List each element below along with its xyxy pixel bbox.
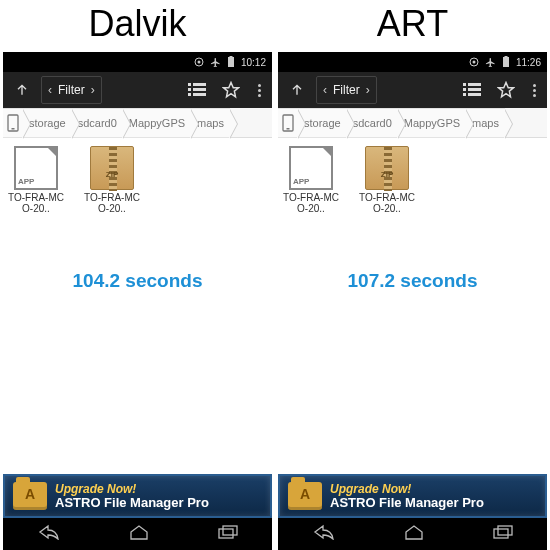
- view-list-button[interactable]: [182, 75, 212, 105]
- file-name: TO-FRA-MCO-20..: [282, 192, 340, 214]
- app-file-icon: APP: [14, 146, 58, 190]
- file-name: TO-FRA-MCO-20..: [83, 192, 141, 214]
- breadcrumb-item[interactable]: MappyGPS: [398, 108, 466, 138]
- up-button[interactable]: [282, 75, 312, 105]
- status-bar: 10:12: [3, 52, 272, 72]
- clock: 11:26: [516, 57, 541, 68]
- file-grid: APP TO-FRA-MCO-20.. ZIP TO-FRA-MCO-20..: [278, 138, 547, 222]
- back-button[interactable]: [38, 524, 60, 544]
- back-button[interactable]: [313, 524, 335, 544]
- up-button[interactable]: [7, 75, 37, 105]
- status-bar: 11:26: [278, 52, 547, 72]
- timing-result: 107.2 seconds: [278, 270, 547, 292]
- svg-rect-19: [463, 88, 466, 91]
- svg-rect-9: [193, 93, 206, 96]
- phone-screen: 10:12 ‹ Filter › storage sdcard0 MappyGP…: [3, 52, 272, 550]
- breadcrumb-device[interactable]: [278, 108, 298, 138]
- file-name: TO-FRA-MCO-20..: [7, 192, 65, 214]
- gps-icon: [194, 57, 204, 67]
- recents-button[interactable]: [218, 525, 238, 543]
- file-item[interactable]: ZIP TO-FRA-MCO-20..: [83, 146, 141, 214]
- svg-point-1: [197, 61, 200, 64]
- phone-icon: [7, 114, 19, 132]
- file-grid: APP TO-FRA-MCO-20.. ZIP TO-FRA-MCO-20..: [3, 138, 272, 222]
- breadcrumb: storage sdcard0 MappyGPS maps: [3, 108, 272, 138]
- file-item[interactable]: APP TO-FRA-MCO-20..: [282, 146, 340, 214]
- svg-rect-3: [229, 56, 232, 58]
- clock: 10:12: [241, 57, 266, 68]
- svg-rect-17: [504, 56, 507, 58]
- svg-rect-8: [193, 88, 206, 91]
- chevron-left-icon: ‹: [48, 83, 52, 97]
- toolbar: ‹ Filter ›: [3, 72, 272, 108]
- gps-icon: [469, 57, 479, 67]
- android-nav-bar: [278, 518, 547, 550]
- svg-point-15: [472, 61, 475, 64]
- overflow-menu-button[interactable]: [250, 84, 268, 97]
- view-list-button[interactable]: [457, 75, 487, 105]
- chevron-left-icon: ‹: [323, 83, 327, 97]
- file-name: TO-FRA-MCO-20..: [358, 192, 416, 214]
- svg-rect-26: [494, 529, 508, 538]
- breadcrumb-device[interactable]: [3, 108, 23, 138]
- home-button[interactable]: [129, 524, 149, 544]
- overflow-menu-button[interactable]: [525, 84, 543, 97]
- svg-rect-6: [188, 93, 191, 96]
- svg-rect-16: [503, 57, 509, 67]
- chevron-right-icon: ›: [91, 83, 95, 97]
- svg-rect-22: [468, 88, 481, 91]
- battery-icon: [502, 56, 510, 68]
- svg-rect-7: [193, 83, 206, 86]
- toolbar: ‹ Filter ›: [278, 72, 547, 108]
- phone-icon: [282, 114, 294, 132]
- favorite-button[interactable]: [216, 75, 246, 105]
- svg-rect-11: [12, 128, 15, 130]
- upgrade-ad-banner[interactable]: Upgrade Now! ASTRO File Manager Pro: [3, 474, 272, 518]
- timing-result: 104.2 seconds: [3, 270, 272, 292]
- astro-logo-icon: [288, 482, 322, 510]
- filter-dropdown[interactable]: ‹ Filter ›: [316, 76, 377, 104]
- ad-text: Upgrade Now! ASTRO File Manager Pro: [330, 483, 484, 509]
- phone-screen: 11:26 ‹ Filter › storage sdcard0 MappyGP…: [278, 52, 547, 550]
- svg-rect-25: [287, 128, 290, 130]
- svg-rect-27: [498, 526, 512, 535]
- breadcrumb: storage sdcard0 MappyGPS maps: [278, 108, 547, 138]
- svg-rect-4: [188, 83, 191, 86]
- svg-rect-20: [463, 93, 466, 96]
- chevron-right-icon: ›: [366, 83, 370, 97]
- svg-rect-5: [188, 88, 191, 91]
- breadcrumb-item[interactable]: MappyGPS: [123, 108, 191, 138]
- astro-logo-icon: [13, 482, 47, 510]
- recents-button[interactable]: [493, 525, 513, 543]
- svg-rect-2: [228, 57, 234, 67]
- airplane-mode-icon: [210, 57, 221, 68]
- filter-label: Filter: [58, 83, 85, 97]
- panel-title: ART: [275, 0, 550, 52]
- android-nav-bar: [3, 518, 272, 550]
- svg-rect-12: [219, 529, 233, 538]
- file-item[interactable]: APP TO-FRA-MCO-20..: [7, 146, 65, 214]
- battery-icon: [227, 56, 235, 68]
- app-file-icon: APP: [289, 146, 333, 190]
- airplane-mode-icon: [485, 57, 496, 68]
- svg-rect-23: [468, 93, 481, 96]
- favorite-button[interactable]: [491, 75, 521, 105]
- filter-dropdown[interactable]: ‹ Filter ›: [41, 76, 102, 104]
- file-item[interactable]: ZIP TO-FRA-MCO-20..: [358, 146, 416, 214]
- svg-rect-18: [463, 83, 466, 86]
- ad-text: Upgrade Now! ASTRO File Manager Pro: [55, 483, 209, 509]
- zip-file-icon: ZIP: [90, 146, 134, 190]
- svg-rect-21: [468, 83, 481, 86]
- filter-label: Filter: [333, 83, 360, 97]
- panel-title: Dalvik: [0, 0, 275, 52]
- upgrade-ad-banner[interactable]: Upgrade Now! ASTRO File Manager Pro: [278, 474, 547, 518]
- home-button[interactable]: [404, 524, 424, 544]
- svg-rect-13: [223, 526, 237, 535]
- zip-file-icon: ZIP: [365, 146, 409, 190]
